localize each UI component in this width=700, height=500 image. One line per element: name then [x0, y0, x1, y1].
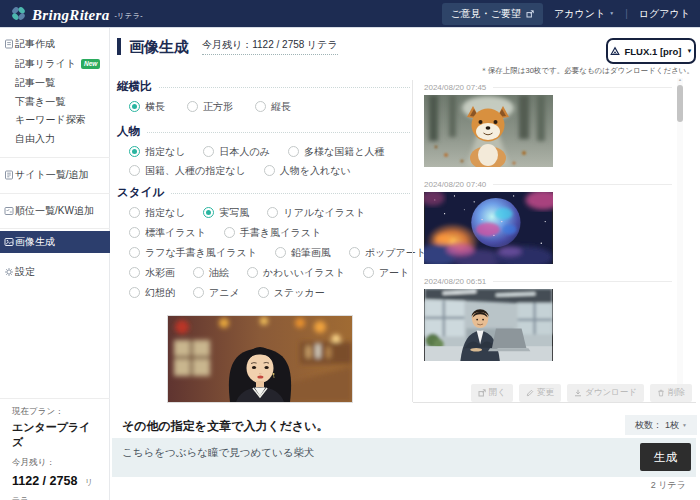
style-group-label: スタイル [117, 186, 410, 199]
generated-image-office-man[interactable] [424, 289, 553, 361]
radio-person-exclude[interactable]: 人物を入れない [264, 164, 351, 178]
radio-icon [275, 247, 286, 258]
radio-style-pencil[interactable]: 鉛筆画風 [275, 246, 331, 260]
radio-person-none[interactable]: 指定なし [129, 145, 185, 159]
sidebar-divider [0, 398, 110, 399]
image-icon [4, 237, 14, 247]
site-list-icon [4, 170, 14, 180]
edit-button[interactable]: 変更 [519, 384, 561, 402]
sidebar-item-image-generation-active[interactable]: 画像生成 [0, 231, 110, 253]
section-divider [413, 402, 696, 403]
generate-button[interactable]: 生成 [640, 443, 691, 471]
person-options-row1: 指定なし 日本人のみ 多様な国籍と人種 [129, 145, 410, 158]
radio-label: アート [379, 266, 409, 280]
radio-style-art[interactable]: アート [363, 266, 409, 280]
new-badge: New [81, 59, 100, 69]
sidebar-item-settings[interactable]: 設定 [0, 262, 110, 282]
radio-icon [129, 227, 140, 238]
panel-divider [412, 80, 413, 402]
scrollbar-up-arrow[interactable]: ▲ [677, 78, 683, 82]
sidebar-item-article-rewrite[interactable]: 記事リライト New [0, 54, 110, 74]
generated-image-shiba-dog[interactable] [424, 95, 553, 167]
sidebar-item-label: サイト一覧/追加 [15, 168, 88, 182]
radio-label: 手書き風イラスト [240, 226, 321, 240]
generate-label: 生成 [654, 450, 677, 465]
person-options-row2: 国籍、人種の指定なし 人物を入れない [129, 164, 410, 177]
count-label: 枚数： [635, 419, 662, 432]
sidebar-item-site-list[interactable]: サイト一覧/追加 [0, 165, 110, 185]
sidebar-item-free-input[interactable]: 自由入力 [0, 129, 110, 149]
feedback-button[interactable]: ご意見・ご要望 [442, 3, 543, 25]
logout-button[interactable]: ログアウト [639, 7, 690, 21]
radio-label: 日本人のみ [219, 145, 269, 159]
gallery-scrollbar-thumb[interactable] [677, 85, 683, 122]
model-selector-dropdown[interactable]: FLUX.1 [pro] ▼ [606, 38, 696, 64]
sidebar-item-draft-list[interactable]: 下書き一覧 [0, 92, 110, 112]
sidebar-item-keyword-research[interactable]: キーワード探索 [0, 110, 110, 130]
account-menu[interactable]: アカウント ▼ [554, 7, 614, 21]
sidebar-divider [0, 193, 110, 194]
sidebar-item-label: キーワード探索 [15, 113, 86, 127]
radio-icon [349, 247, 360, 258]
gallery-item-timestamp: 2024/08/20 07:40 [424, 179, 672, 189]
radio-style-handdrawn-illust[interactable]: 手書き風イラスト [224, 226, 321, 240]
radio-person-unspecified[interactable]: 国籍、人種の指定なし [129, 164, 246, 178]
radio-icon [129, 267, 140, 278]
radio-icon [129, 207, 140, 218]
radio-style-none[interactable]: 指定なし [129, 206, 185, 220]
aspect-ratio-options: 横長 正方形 縦長 [129, 100, 410, 113]
delete-button[interactable]: 削除 [650, 384, 692, 402]
radio-style-fantastic[interactable]: 幻想的 [129, 286, 175, 300]
radio-label: 正方形 [203, 100, 233, 114]
external-link-icon [526, 10, 534, 18]
radio-style-rough-handdrawn[interactable]: ラフな手書き風イラスト [129, 246, 257, 260]
radio-aspect-portrait[interactable]: 縦長 [255, 100, 291, 114]
download-button[interactable]: ダウンロード [567, 384, 644, 402]
gallery-item-2: 2024/08/20 07:40 [424, 179, 672, 264]
open-button[interactable]: 開く [471, 384, 513, 402]
radio-label: 国籍、人種の指定なし [145, 164, 246, 178]
gallery-item-timestamp: 2024/08/20 06:51 [424, 276, 672, 286]
sidebar-item-article-create[interactable]: 記事作成 [0, 34, 110, 54]
download-icon [574, 389, 582, 397]
count-value: 1枚 [665, 419, 679, 432]
radio-person-japanese[interactable]: 日本人のみ [203, 145, 269, 159]
radio-aspect-square[interactable]: 正方形 [187, 100, 233, 114]
radio-icon [288, 146, 299, 157]
radio-style-standard-illust[interactable]: 標準イラスト [129, 226, 206, 240]
sidebar-divider [0, 228, 110, 229]
radio-style-photoreal[interactable]: 実写風 [203, 206, 249, 220]
flux-model-icon [610, 46, 620, 56]
prompt-textarea[interactable]: こちらをつぶらな瞳で見つめている柴犬 [112, 438, 622, 477]
chevron-down-icon: ▼ [682, 422, 687, 428]
header-divider: | [625, 8, 628, 19]
trash-icon [657, 389, 665, 397]
sidebar-item-rank-list[interactable]: 順位一覧/KW追加 [0, 201, 110, 221]
radio-style-oil[interactable]: 油絵 [193, 266, 229, 280]
radio-style-cute-illust[interactable]: かわいいイラスト [247, 266, 345, 280]
chevron-down-icon: ▼ [609, 11, 614, 16]
radio-style-popart[interactable]: ポップアート風 [349, 246, 436, 260]
radio-style-anime[interactable]: アニメ [193, 286, 240, 300]
account-label: アカウント [554, 7, 605, 21]
sidebar-item-label: 設定 [15, 265, 35, 279]
sidebar-item-label: 記事リライト [15, 57, 76, 71]
person-group-label: 人物 [117, 125, 410, 138]
radio-label: リアルなイラスト [283, 206, 365, 220]
gallery-action-bar: 開く 変更 ダウンロード 削除 [424, 384, 692, 402]
model-selector-value: FLUX.1 [pro] [625, 46, 682, 57]
radio-style-realistic-illust[interactable]: リアルなイラスト [267, 206, 365, 220]
radio-style-sticker[interactable]: ステッカー [258, 286, 325, 300]
radio-style-watercolor[interactable]: 水彩画 [129, 266, 175, 280]
sidebar-item-label: 順位一覧/KW追加 [15, 204, 94, 218]
generated-image-space-fantasy[interactable] [424, 192, 553, 264]
radio-aspect-landscape[interactable]: 横長 [129, 100, 165, 114]
radio-label: 油絵 [209, 266, 229, 280]
radio-person-diverse[interactable]: 多様な国籍と人種 [288, 145, 384, 159]
sidebar-item-article-list[interactable]: 記事一覧 [0, 73, 110, 93]
gallery-scrollbar-track[interactable] [677, 78, 683, 392]
radio-icon-selected [203, 207, 214, 218]
image-count-select[interactable]: 枚数： 1枚 ▼ [625, 415, 697, 435]
page-header: 画像生成 今月残り：1122 / 2758 リテラ [117, 38, 338, 55]
radio-icon [247, 267, 258, 278]
